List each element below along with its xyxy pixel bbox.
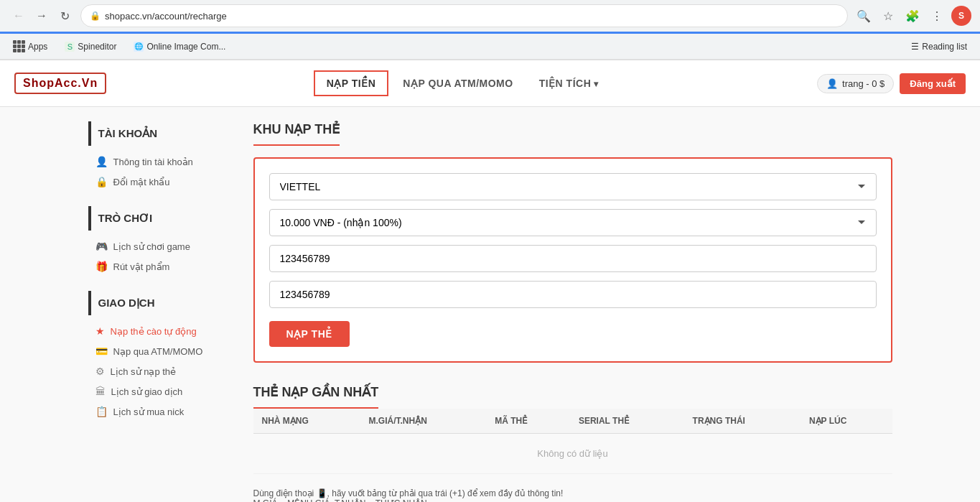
website: ShopAcc.Vn NẠP TIỀN NẠP QUA ATM/MOMO TIỆ… [0,60,980,502]
extensions-button[interactable]: 🧩 [902,6,923,26]
main-area: KHU NẠP THẺ VIETTEL MOBIFONE VINAPHONE G… [253,121,892,502]
spineditor-label: Spineditor [78,42,116,52]
network-select[interactable]: VIETTEL MOBIFONE VINAPHONE GMOBILE [269,173,877,200]
header-right: 👤 trang - 0 $ Đăng xuất [817,73,966,94]
sidebar-item-game-history[interactable]: 🎮 Lịch sử chơi game [88,236,232,256]
site-logo: ShopAcc.Vn [14,73,106,94]
card-serial-group [269,281,877,308]
back-button[interactable]: ← [9,6,29,26]
withdraw-label: Rút vật phẩm [113,261,170,272]
transaction-section-title: GIAO DỊCH [88,291,232,315]
logout-button[interactable]: Đăng xuất [900,73,966,94]
image-bookmark[interactable]: 🌐 Online Image Com... [129,40,230,53]
col-time: NẠP LÚC [801,409,892,434]
nick-history-label: Lịch sử mua nick [113,406,185,417]
menu-button[interactable]: ⋮ [927,6,947,26]
avatar[interactable]: S [951,6,971,26]
col-card-code: MÃ THẺ [486,409,570,434]
col-status: TRẠNG THÁI [684,409,801,434]
transaction-icon: 🏛 [95,386,106,397]
address-bar[interactable]: 🔒 shopacc.vn/account/recharge [80,4,848,27]
nav-nap-tien[interactable]: NẠP TIỀN [314,70,389,96]
nav-tien-tich[interactable]: TIỆN TÍCH [528,72,610,95]
sidebar: TÀI KHOẢN 👤 Thông tin tài khoản 🔒 Đổi mậ… [88,121,232,502]
table-wrapper: NHÀ MẠNG M.GIÁ/T.NHẬN MÃ THẺ SERIAL THẺ … [253,409,892,474]
recharge-box: VIETTEL MOBIFONE VINAPHONE GMOBILE 10.00… [253,157,892,363]
apps-grid-icon [13,40,25,52]
recharge-button[interactable]: NẠP THẺ [269,321,350,347]
bookmarks-bar: Apps S Spineditor 🌐 Online Image Com... … [0,34,980,60]
atm-recharge-label: Nạp qua ATM/MOMO [113,346,203,357]
col-network: NHÀ MẠNG [253,409,360,434]
game-section: TRÒ CHƠI 🎮 Lịch sử chơi game 🎁 Rút vật p… [88,206,232,276]
star-icon: ★ [95,325,105,337]
reading-list-label: Reading list [922,42,967,52]
user-label: trang - 0 $ [842,78,885,89]
sidebar-item-transaction-history[interactable]: 🏛 Lịch sử giao dịch [88,381,232,401]
sidebar-item-atm-recharge[interactable]: 💳 Nạp qua ATM/MOMO [88,341,232,361]
sidebar-item-change-password[interactable]: 🔒 Đổi mật khẩu [88,172,232,192]
search-button[interactable]: 🔍 [854,6,874,26]
footer-note: Dùng điện thoại 📱, hãy vuốt bảng từ phải… [253,488,892,502]
reading-list-icon: ☰ [911,42,919,52]
account-icon: 👤 [95,156,108,167]
address-text: shopacc.vn/account/recharge [105,11,839,22]
spineditor-favicon: S [65,42,75,52]
account-info-label: Thông tin tài khoản [113,157,193,167]
site-header: ShopAcc.Vn NẠP TIỀN NẠP QUA ATM/MOMO TIỆ… [0,60,980,107]
nav-atm-momo[interactable]: NẠP QUA ATM/MOMO [391,72,524,95]
amount-select[interactable]: 10.000 VNĐ - (nhận 100%) 20.000 VNĐ - (n… [269,209,877,236]
card-code-group [269,245,877,272]
auto-recharge-label: Nạp thẻ cào tự động [111,326,197,337]
sidebar-item-recharge-history[interactable]: ⚙ Lịch sử nạp thẻ [88,361,232,381]
sidebar-item-withdraw[interactable]: 🎁 Rút vật phẩm [88,256,232,276]
game-icon: 🎮 [95,241,108,252]
browser-topbar: ← → ↻ 🔒 shopacc.vn/account/recharge 🔍 ☆ … [0,0,980,32]
network-group: VIETTEL MOBIFONE VINAPHONE GMOBILE [269,173,877,200]
apps-bookmark[interactable]: Apps [9,39,52,54]
history-icon: ⚙ [95,366,105,377]
footer-line2: M.GIÁ = MỆNH GIÁ, T.NHẬN = THỰC NHẬN [253,498,892,502]
account-section: TÀI KHOẢN 👤 Thông tin tài khoản 🔒 Đổi mậ… [88,121,232,192]
gift-icon: 🎁 [95,261,108,272]
apps-label: Apps [28,42,47,52]
recent-table: NHÀ MẠNG M.GIÁ/T.NHẬN MÃ THẺ SERIAL THẺ … [253,409,892,474]
recharge-section-title: KHU NẠP THẺ [253,121,340,146]
table-header-row: NHÀ MẠNG M.GIÁ/T.NHẬN MÃ THẺ SERIAL THẺ … [253,409,892,434]
table-empty-row: Không có dữ liệu [253,434,892,474]
spineditor-bookmark[interactable]: S Spineditor [60,40,121,53]
main-content: TÀI KHOẢN 👤 Thông tin tài khoản 🔒 Đổi mậ… [60,107,921,502]
user-icon: 👤 [826,78,838,89]
bookmark-button[interactable]: ☆ [878,6,898,26]
forward-button[interactable]: → [32,6,52,26]
lock-icon: 🔒 [95,176,108,187]
account-section-title: TÀI KHOẢN [88,121,232,146]
sidebar-item-account-info[interactable]: 👤 Thông tin tài khoản [88,152,232,172]
recharge-history-label: Lịch sử nạp thẻ [111,366,177,377]
browser-chrome: ← → ↻ 🔒 shopacc.vn/account/recharge 🔍 ☆ … [0,0,980,60]
user-button[interactable]: 👤 trang - 0 $ [817,74,894,93]
game-section-title: TRÒ CHƠI [88,206,232,231]
refresh-button[interactable]: ↻ [55,6,75,26]
no-data-text: Không có dữ liệu [253,434,892,474]
amount-group: 10.000 VNĐ - (nhận 100%) 20.000 VNĐ - (n… [269,209,877,236]
nick-icon: 📋 [95,406,108,417]
transaction-history-label: Lịch sử giao dịch [111,386,183,397]
sidebar-item-nick-history[interactable]: 📋 Lịch sử mua nick [88,401,232,422]
sidebar-item-auto-recharge[interactable]: ★ Nạp thẻ cào tự động [88,321,232,341]
browser-actions: 🔍 ☆ 🧩 ⋮ S [854,6,971,26]
game-history-label: Lịch sử chơi game [113,241,190,252]
logo-text: ShopAcc.Vn [23,77,98,89]
footer-line1: Dùng điện thoại 📱, hãy vuốt bảng từ phải… [253,488,892,498]
card-icon: 💳 [95,345,108,357]
card-serial-input[interactable] [269,281,877,308]
change-password-label: Đổi mật khẩu [113,177,170,187]
col-serial: SERIAL THẺ [570,409,684,434]
recent-section-title: THẺ NẠP GẦN NHẤT [253,384,379,409]
site-nav: NẠP TIỀN NẠP QUA ATM/MOMO TIỆN TÍCH [314,70,610,96]
recharge-section: KHU NẠP THẺ VIETTEL MOBIFONE VINAPHONE G… [253,121,892,363]
lock-icon: 🔒 [90,11,101,21]
card-code-input[interactable] [269,245,877,272]
reading-list[interactable]: ☰ Reading list [907,40,971,53]
image-favicon: 🌐 [134,42,144,52]
